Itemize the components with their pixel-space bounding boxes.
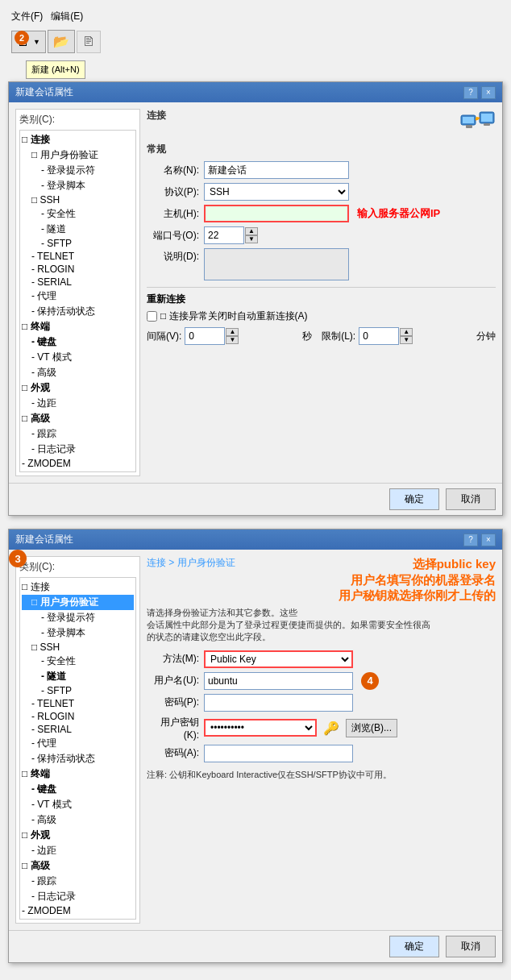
d2-tree-login-script[interactable]: - 登录脚本 <box>22 625 134 641</box>
method-select[interactable]: Public Key Password Keyboard Interactive <box>204 650 353 668</box>
d2-tree-log[interactable]: - 日志记录 <box>22 889 134 904</box>
tree-item-log[interactable]: - 日志记录 <box>22 442 134 457</box>
userkey-label: 用户密钥(K): <box>147 716 199 741</box>
interval-input[interactable] <box>185 327 225 345</box>
username-input[interactable] <box>204 672 353 690</box>
d2-tree-keepalive[interactable]: - 保持活动状态 <box>22 751 134 766</box>
tree-item-rlogin[interactable]: - RLOGIN <box>22 263 134 276</box>
d2-tree-proxy[interactable]: - 代理 <box>22 736 134 751</box>
menu-edit[interactable]: 编辑(E) <box>51 10 83 23</box>
dialog2-ok-btn[interactable]: 确定 <box>389 936 439 957</box>
d2-tree-trace[interactable]: - 跟踪 <box>22 874 134 889</box>
passphrase-input[interactable] <box>204 745 353 762</box>
reconnect-label: □ 连接异常关闭时自动重新连接(A) <box>160 309 308 323</box>
d2-tree-vt[interactable]: - VT 模式 <box>22 797 134 812</box>
limit-input[interactable] <box>359 327 399 345</box>
d2-tree-tunnel[interactable]: - 隧道 <box>22 669 134 684</box>
d2-tree-sftp[interactable]: - SFTP <box>22 684 134 697</box>
dialog2-right-panel: 选择public key 用户名填写你的机器登录名 用户秘钥就选择你刚才上传的 … <box>147 556 496 924</box>
tree-item-trace[interactable]: - 跟踪 <box>22 426 134 442</box>
dialog1-tree-label: 类别(C): <box>19 113 136 127</box>
dialog2-close-btn[interactable]: × <box>481 534 496 546</box>
interval-down-btn[interactable]: ▼ <box>226 336 239 344</box>
port-down-btn[interactable]: ▼ <box>245 235 258 243</box>
tree-item-terminal[interactable]: □ 终端 <box>22 319 134 334</box>
protocol-select[interactable]: SSH Telnet RLogin Serial <box>204 183 349 201</box>
third-icon: 🖹 <box>82 35 95 49</box>
d2-tree-connect[interactable]: □ 连接 <box>22 579 134 595</box>
dialog2: 新建会话属性 ? × 3 类别(C): □ 连接 □ 用户身份验证 - 登录提示… <box>8 529 503 963</box>
name-input[interactable] <box>204 161 349 179</box>
password-input[interactable] <box>204 694 353 712</box>
menu-bar: 文件(F) 编辑(E) <box>8 8 503 25</box>
tree-item-keepalive[interactable]: - 保持活动状态 <box>22 304 134 319</box>
tree-item-zmodem[interactable]: - ZMODEM <box>22 457 134 470</box>
dialog1: 新建会话属性 ? × 类别(C): □ 连接 □ 用户身份验证 - 登录提示符 … <box>8 81 503 516</box>
limit-up-btn[interactable]: ▲ <box>400 328 413 336</box>
port-up-btn[interactable]: ▲ <box>245 227 258 235</box>
dialog1-right-title: 连接 <box>147 109 166 122</box>
dialog2-cancel-btn[interactable]: 取消 <box>446 936 496 957</box>
tree-item-sftp[interactable]: - SFTP <box>22 237 134 250</box>
tree-item-login-prompt[interactable]: - 登录提示符 <box>22 163 134 178</box>
dialog1-tree-panel: 类别(C): □ 连接 □ 用户身份验证 - 登录提示符 - 登录脚本 □ SS… <box>15 109 140 476</box>
tree-item-ssh[interactable]: □ SSH <box>22 193 134 206</box>
tree-item-appearance[interactable]: □ 外观 <box>22 380 134 396</box>
interval-up-btn[interactable]: ▲ <box>226 328 239 336</box>
passphrase-label: 密码(A): <box>147 746 199 760</box>
annotation-line1: 选择public key <box>339 556 496 572</box>
menu-file[interactable]: 文件(F) <box>11 10 43 23</box>
key-icon: 🔑 <box>323 720 339 736</box>
name-label: 名称(N): <box>147 164 199 177</box>
tree-item-margin[interactable]: - 边距 <box>22 396 134 411</box>
d2-tree-appearance[interactable]: □ 外观 <box>22 828 134 843</box>
dialog1-close-btn[interactable]: × <box>481 86 496 99</box>
d2-tree-advanced2[interactable]: □ 高级 <box>22 858 134 874</box>
dialog2-help-btn[interactable]: ? <box>463 534 478 546</box>
reconnect-title: 重新连接 <box>147 293 496 306</box>
tree-item-telnet[interactable]: - TELNET <box>22 250 134 263</box>
dropdown-arrow-icon: ▼ <box>33 38 40 46</box>
browse-button[interactable]: 浏览(B)... <box>346 719 397 737</box>
tree-item-vt[interactable]: - VT 模式 <box>22 350 134 365</box>
username-label: 用户名(U): <box>147 674 199 687</box>
d2-tree-zmodem[interactable]: - ZMODEM <box>22 904 134 917</box>
open-button[interactable]: 📂 <box>48 30 75 53</box>
d2-tree-security[interactable]: - 安全性 <box>22 654 134 669</box>
d2-tree-margin[interactable]: - 边距 <box>22 843 134 858</box>
protocol-label: 协议(P): <box>147 185 199 199</box>
third-button[interactable]: 🖹 <box>77 31 101 53</box>
dialog1-ok-btn[interactable]: 确定 <box>389 488 439 510</box>
port-input[interactable] <box>204 226 244 244</box>
d2-tree-telnet[interactable]: - TELNET <box>22 697 134 710</box>
tree-item-keyboard[interactable]: - 键盘 <box>22 334 134 350</box>
reconnect-checkbox[interactable] <box>147 311 157 322</box>
tree-item-serial[interactable]: - SERIAL <box>22 276 134 289</box>
tree-item-auth[interactable]: □ 用户身份验证 <box>22 147 134 163</box>
d2-tree-keyboard[interactable]: - 键盘 <box>22 782 134 797</box>
tree-item-tunnel[interactable]: - 隧道 <box>22 222 134 237</box>
dialog2-tree-label: 类别(C): <box>19 560 136 574</box>
d2-tree-login-prompt[interactable]: - 登录提示符 <box>22 610 134 625</box>
d2-tree-serial[interactable]: - SERIAL <box>22 723 134 736</box>
d2-tree-rlogin[interactable]: - RLOGIN <box>22 710 134 723</box>
host-input[interactable] <box>204 205 349 222</box>
tree-item-login-script[interactable]: - 登录脚本 <box>22 178 134 193</box>
tree-item-security[interactable]: - 安全性 <box>22 206 134 222</box>
tree-item-advanced1[interactable]: - 高级 <box>22 365 134 380</box>
d2-tree-terminal[interactable]: □ 终端 <box>22 766 134 782</box>
tree-item-advanced2[interactable]: □ 高级 <box>22 411 134 426</box>
d2-tree-auth[interactable]: □ 用户身份验证 <box>22 595 134 610</box>
tree-item-proxy[interactable]: - 代理 <box>22 289 134 304</box>
dialog2-tree-panel: 类别(C): □ 连接 □ 用户身份验证 - 登录提示符 - 登录脚本 □ SS… <box>15 556 140 924</box>
svg-rect-1 <box>463 117 474 123</box>
tree-item-connect[interactable]: □ 连接 <box>22 132 134 147</box>
limit-down-btn[interactable]: ▼ <box>400 336 413 344</box>
dialog1-help-btn[interactable]: ? <box>463 86 478 99</box>
dialog1-cancel-btn[interactable]: 取消 <box>446 488 496 510</box>
desc-input[interactable] <box>204 248 349 280</box>
d2-tree-ssh[interactable]: □ SSH <box>22 641 134 654</box>
userkey-select[interactable]: •••••••••• <box>204 719 317 737</box>
dialog1-titlebar: 新建会话属性 ? × <box>9 82 502 102</box>
d2-tree-advanced1[interactable]: - 高级 <box>22 812 134 828</box>
